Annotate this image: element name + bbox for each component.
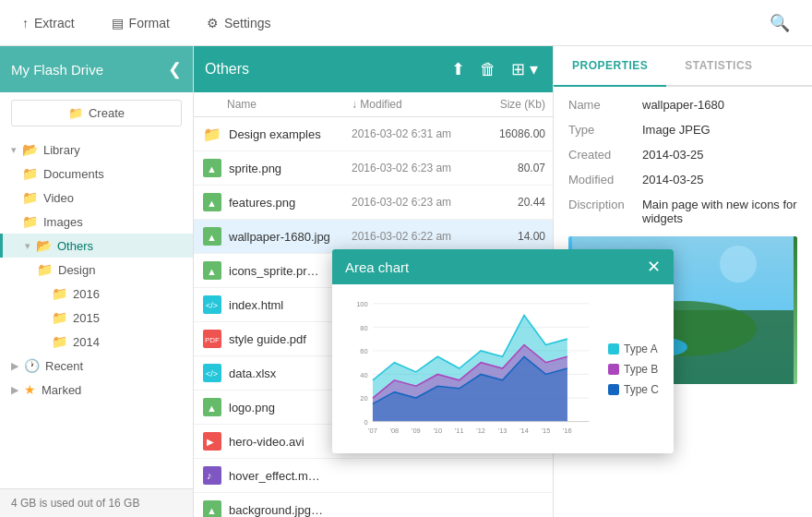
image-icon: ▲ bbox=[201, 157, 223, 179]
props-name-row: Name wallpaper-1680 bbox=[568, 98, 797, 112]
props-created-row: Created 2014-03-25 bbox=[568, 148, 797, 162]
legend-color-c bbox=[608, 384, 619, 395]
svg-text:▲: ▲ bbox=[207, 198, 217, 209]
legend-color-a bbox=[608, 343, 619, 355]
legend-label-c: Type C bbox=[624, 383, 659, 396]
props-created-label: Created bbox=[568, 148, 642, 162]
properties-tabs: PROPERTIES STATISTICS bbox=[554, 46, 812, 87]
chevron-right-icon: ▶ bbox=[11, 360, 18, 372]
col-size-header: Size (Kb) bbox=[481, 98, 545, 111]
sidebar-item-documents[interactable]: 📁 Documents bbox=[0, 162, 193, 186]
table-row[interactable]: ▲ features.png 2016-03-02 6:23 am 20.44 bbox=[194, 186, 553, 220]
sidebar-item-label: Design bbox=[58, 263, 95, 277]
svg-text:♪: ♪ bbox=[207, 470, 212, 481]
props-modified-row: Modified 2014-03-25 bbox=[568, 173, 797, 186]
svg-text:'07: '07 bbox=[368, 427, 377, 435]
pdf-icon: PDF bbox=[201, 328, 223, 350]
grid-view-button[interactable]: ⊞ ▾ bbox=[508, 57, 542, 81]
folder-icon: 📁 bbox=[52, 310, 67, 325]
image-icon: ▲ bbox=[201, 396, 223, 418]
sidebar-tree: ▾ 📂 Library 📁 Documents 📁 Video 📁 Images… bbox=[0, 134, 193, 488]
sidebar-item-label: Library bbox=[43, 143, 80, 157]
svg-text:'15: '15 bbox=[542, 427, 551, 435]
file-table-header: Name ↓ Modified Size (Kb) bbox=[194, 92, 553, 117]
extract-icon: ↑ bbox=[22, 16, 29, 30]
table-row[interactable]: 📁 Design examples 2016-03-02 6:31 am 160… bbox=[194, 117, 553, 151]
svg-text:'14: '14 bbox=[519, 427, 529, 435]
file-panel-title: Others bbox=[205, 61, 448, 78]
file-modified: 2016-03-02 6:31 am bbox=[352, 127, 481, 140]
svg-text:'16: '16 bbox=[563, 427, 572, 435]
extract-button[interactable]: ↑ Extract bbox=[15, 12, 82, 34]
chevron-left-icon[interactable]: ❮ bbox=[168, 59, 182, 79]
chart-legend: Type A Type B Type C bbox=[608, 294, 663, 444]
folder-open-icon: 📂 bbox=[36, 238, 52, 253]
svg-text:▲: ▲ bbox=[207, 403, 217, 414]
chart-close-button[interactable]: ✕ bbox=[647, 257, 661, 277]
file-size: 80.07 bbox=[481, 162, 545, 174]
table-row[interactable]: ♪ hover_effect.m… bbox=[194, 459, 553, 493]
clock-icon: 🕐 bbox=[24, 358, 40, 373]
sidebar-item-library[interactable]: ▾ 📂 Library bbox=[0, 138, 193, 162]
sidebar-item-label: Marked bbox=[42, 383, 81, 397]
props-name-value: wallpaper-1680 bbox=[642, 98, 797, 112]
svg-text:▲: ▲ bbox=[207, 232, 217, 243]
svg-text:'13: '13 bbox=[498, 427, 508, 435]
props-description-label: Discription bbox=[568, 198, 642, 225]
chevron-right-icon: ▶ bbox=[11, 384, 18, 396]
code-icon: </> bbox=[201, 294, 223, 316]
table-row[interactable]: ▲ sprite.png 2016-03-02 6:23 am 80.07 bbox=[194, 151, 553, 186]
image-icon: ▲ bbox=[201, 259, 223, 282]
sidebar-item-label: 2016 bbox=[73, 287, 100, 301]
sidebar-item-design[interactable]: 📁 Design bbox=[0, 258, 193, 282]
svg-text:60: 60 bbox=[360, 347, 367, 355]
svg-text:▲: ▲ bbox=[207, 266, 217, 277]
sort-icon: ↓ bbox=[352, 98, 357, 111]
props-type-row: Type Image JPEG bbox=[568, 123, 797, 137]
props-modified-value: 2014-03-25 bbox=[642, 173, 797, 186]
legend-item-a: Type A bbox=[608, 343, 659, 355]
chevron-down-icon: ▾ bbox=[11, 144, 17, 156]
svg-text:▲: ▲ bbox=[207, 505, 217, 516]
col-name-header: Name bbox=[201, 98, 352, 111]
sidebar-item-recent[interactable]: ▶ 🕐 Recent bbox=[0, 354, 193, 378]
sidebar-item-2016[interactable]: 📁 2016 bbox=[0, 282, 193, 306]
tab-properties[interactable]: PROPERTIES bbox=[554, 46, 666, 87]
search-button[interactable]: 🔍 bbox=[762, 9, 797, 37]
search-icon: 🔍 bbox=[770, 13, 790, 33]
sidebar-item-images[interactable]: 📁 Images bbox=[0, 210, 193, 234]
storage-info: 4 GB is used out of 16 GB bbox=[11, 497, 139, 510]
sidebar-item-2015[interactable]: 📁 2015 bbox=[0, 306, 193, 330]
svg-text:'08: '08 bbox=[390, 427, 400, 435]
svg-text:'12: '12 bbox=[476, 427, 485, 435]
extract-label: Extract bbox=[34, 16, 75, 30]
sidebar-item-label: Documents bbox=[43, 167, 104, 181]
sidebar-item-2014[interactable]: 📁 2014 bbox=[0, 330, 193, 354]
sidebar-item-label: Video bbox=[43, 191, 74, 205]
sidebar-item-others[interactable]: ▾ 📂 Others bbox=[0, 234, 193, 258]
chart-body: 100 80 60 40 20 0 '07 '08 '09 '10 '11 '1… bbox=[332, 284, 674, 453]
file-modified: 2016-03-02 6:22 am bbox=[352, 230, 481, 243]
table-row[interactable]: ▲ background.jpg… bbox=[194, 493, 553, 517]
format-button[interactable]: ▤ Format bbox=[104, 12, 177, 34]
svg-text:40: 40 bbox=[360, 371, 367, 379]
star-icon: ★ bbox=[24, 382, 36, 397]
props-type-label: Type bbox=[568, 123, 642, 137]
sidebar-item-label: 2015 bbox=[73, 311, 100, 325]
chart-overlay: Area chart ✕ 100 80 60 40 20 bbox=[332, 249, 674, 453]
svg-text:'09: '09 bbox=[412, 427, 421, 435]
svg-text:</>: </> bbox=[206, 301, 218, 310]
delete-button[interactable]: 🗑 bbox=[476, 58, 500, 81]
chart-title: Area chart bbox=[345, 259, 409, 275]
upload-button[interactable]: ⬆ bbox=[448, 57, 469, 81]
svg-text:'11: '11 bbox=[455, 427, 464, 435]
settings-button[interactable]: ⚙ Settings bbox=[199, 12, 279, 34]
sidebar-item-label: Others bbox=[57, 239, 93, 253]
image-icon: ▲ bbox=[201, 191, 223, 213]
settings-icon: ⚙ bbox=[207, 16, 219, 30]
create-button[interactable]: 📁 Create bbox=[11, 100, 182, 126]
svg-text:</>: </> bbox=[206, 369, 218, 379]
sidebar-item-video[interactable]: 📁 Video bbox=[0, 186, 193, 210]
tab-statistics[interactable]: STATISTICS bbox=[666, 46, 770, 87]
sidebar-item-marked[interactable]: ▶ ★ Marked bbox=[0, 378, 193, 402]
